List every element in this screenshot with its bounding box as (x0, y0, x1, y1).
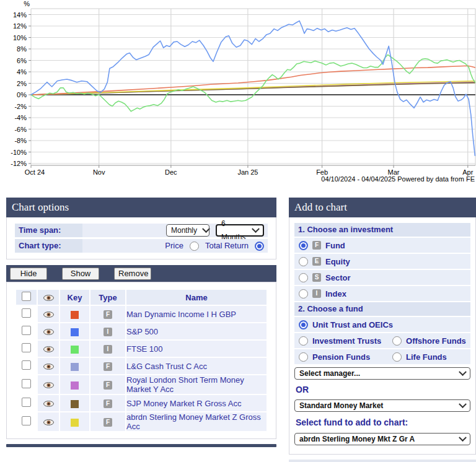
fund-type-option-pension-funds[interactable]: Pension Funds (299, 352, 388, 362)
key-color-swatch (71, 346, 79, 354)
visibility-eye-icon[interactable] (43, 312, 54, 318)
select-all-checkbox[interactable] (22, 292, 31, 301)
fund-radio[interactable] (299, 241, 308, 250)
life-funds-label: Life Funds (406, 352, 447, 362)
key-color-swatch (71, 381, 79, 390)
visibility-eye-icon[interactable] (43, 295, 54, 301)
row-checkbox[interactable] (22, 343, 31, 352)
fund-name[interactable]: abrdn Sterling Money Market Z Gross Acc (126, 412, 267, 431)
manager-select[interactable]: Select manager... (294, 367, 470, 380)
fund-name[interactable]: L&G Cash Trust C Acc (126, 358, 267, 374)
table-row: F SJP Money Market R Gross Acc (16, 395, 267, 411)
fund-type-option-investment-trusts[interactable]: Investment Trusts (299, 336, 388, 346)
price-radio[interactable] (190, 242, 199, 251)
hide-button[interactable]: Hide (10, 268, 47, 280)
fund-type-option-life-funds[interactable]: Life Funds (392, 352, 447, 362)
row-checkbox[interactable] (22, 360, 31, 370)
performance-chart: Oct 24NovDecJan 25FebMarApr14%12%10%8%6%… (0, 0, 476, 186)
money-market-sector-select[interactable]: Standard Money Market (294, 399, 470, 412)
show-button[interactable]: Show (62, 268, 99, 280)
svg-text:-8%: -8% (14, 137, 27, 144)
sector-select-value: Standard Money Market (299, 401, 383, 410)
series-line (31, 66, 475, 95)
table-row: I S&P 500 (16, 323, 267, 339)
visibility-eye-icon[interactable] (43, 382, 54, 388)
visibility-eye-icon[interactable] (43, 401, 54, 407)
investment-trusts-radio[interactable] (299, 336, 308, 346)
row-checkbox[interactable] (22, 326, 31, 335)
chevron-down-icon (252, 225, 260, 233)
fund-name[interactable]: SJP Money Market R Gross Acc (126, 395, 267, 411)
equity-radio[interactable] (299, 257, 308, 266)
row-checkbox[interactable] (22, 398, 31, 407)
fund-table-box: Key Type Name F Man Dynamic Income I H G… (6, 282, 276, 439)
step2-header: 2. Choose a fund (294, 302, 470, 316)
index-option-label: Index (325, 289, 346, 299)
svg-text:-12%: -12% (11, 160, 27, 167)
row-checkbox[interactable] (22, 308, 31, 318)
y-axis-unit-label: % (24, 0, 30, 7)
investment-option-sector[interactable]: S Sector (294, 270, 470, 285)
remove-button[interactable]: Remove (114, 268, 151, 280)
total-return-radio[interactable] (255, 242, 264, 251)
visibility-eye-icon[interactable] (43, 364, 54, 370)
fund-table-header-row: Key Type Name (16, 290, 267, 305)
fund-name[interactable]: S&P 500 (126, 323, 267, 339)
row-checkbox[interactable] (22, 416, 31, 425)
type-badge: I (104, 328, 112, 336)
fund-type-badge: F (312, 241, 321, 250)
pension-funds-radio[interactable] (299, 352, 308, 362)
sector-radio[interactable] (299, 273, 308, 282)
fund-name[interactable]: Man Dynamic Income I H GBP (126, 306, 267, 322)
key-color-swatch (71, 328, 79, 336)
table-row: F L&G Cash Trust C Acc (16, 358, 267, 374)
visibility-eye-icon[interactable] (43, 329, 54, 335)
chart-type-label: Chart type: (15, 239, 82, 253)
offshore-funds-radio[interactable] (392, 336, 402, 346)
svg-text:Dec: Dec (165, 168, 177, 176)
fund-name[interactable]: FTSE 100 (126, 341, 267, 357)
chart-options-title: Chart options (6, 198, 276, 217)
svg-text:Nov: Nov (93, 168, 105, 176)
svg-text:8%: 8% (17, 45, 27, 53)
svg-text:Jan 25: Jan 25 (237, 168, 258, 176)
fund-select-wrap: abrdn Sterling Money Mkt Z Gr A (294, 433, 470, 445)
chart-caption: 04/10/2024 - 04/04/2025 Powered by data … (321, 175, 475, 183)
table-row: F abrdn Sterling Money Market Z Gross Ac… (16, 412, 267, 431)
fund-select-prompt: Select fund to add to chart: (296, 417, 470, 427)
svg-text:Oct 24: Oct 24 (25, 168, 45, 176)
svg-text:4%: 4% (17, 68, 27, 76)
investment-option-equity[interactable]: E Equity (294, 254, 470, 269)
time-interval-select[interactable]: Monthly (166, 224, 209, 237)
sector-type-badge: S (312, 273, 321, 282)
life-funds-radio[interactable] (392, 352, 402, 362)
chart-type-controls: Price Total Return (82, 239, 268, 253)
visibility-eye-icon[interactable] (43, 346, 54, 352)
type-badge: F (104, 310, 112, 319)
row-checkbox[interactable] (22, 379, 31, 388)
table-toolbar: Hide Show Remove (6, 265, 276, 282)
table-row: I FTSE 100 (16, 341, 267, 357)
unit-trust-label: Unit Trust and OEICs (312, 320, 393, 329)
type-badge: F (104, 362, 112, 371)
fund-name[interactable]: Royal London Short Term Money Market Y A… (126, 375, 267, 394)
investment-option-fund[interactable]: F Fund (294, 238, 470, 253)
fund-type-option-offshore-funds[interactable]: Offshore Funds (392, 336, 466, 346)
visibility-eye-icon[interactable] (43, 419, 54, 425)
chevron-down-icon (459, 400, 467, 408)
index-radio[interactable] (299, 289, 308, 299)
type-badge: F (104, 418, 112, 427)
equity-option-label: Equity (325, 257, 350, 266)
time-span-select[interactable]: 6 Months (216, 224, 264, 237)
investment-option-index[interactable]: I Index (294, 286, 470, 301)
or-label: OR (296, 385, 470, 394)
visibility-header-cell (38, 290, 59, 305)
type-badge: F (104, 399, 112, 408)
add-to-chart-box: 1. Choose an investment F Fund E Equity … (289, 217, 476, 455)
pension-funds-label: Pension Funds (312, 352, 370, 362)
type-header: Type (90, 290, 125, 305)
fund-to-add-select[interactable]: abrdn Sterling Money Mkt Z Gr A (294, 433, 470, 445)
fund-type-option-unit-trust[interactable]: Unit Trust and OEICs (294, 317, 470, 332)
unit-trust-radio[interactable] (299, 320, 308, 329)
time-span-row: Time span: Monthly 6 Months (15, 224, 268, 237)
